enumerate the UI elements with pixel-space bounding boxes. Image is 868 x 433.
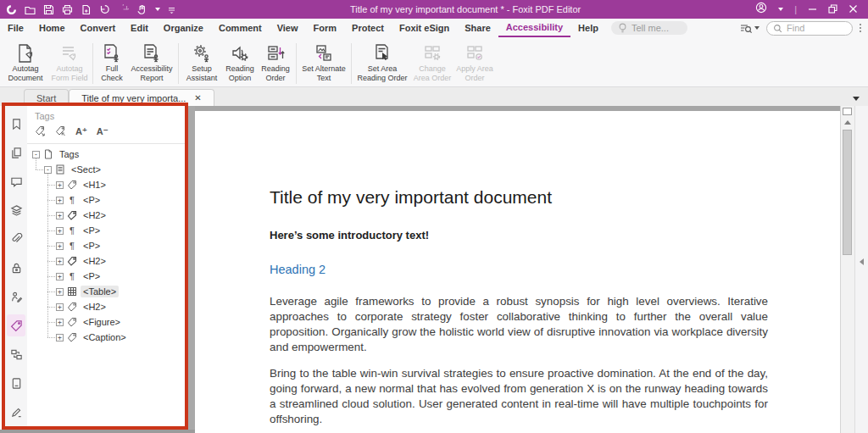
signature-icon[interactable] — [5, 282, 27, 311]
expander-icon[interactable]: - — [44, 166, 52, 174]
decrease-text-icon[interactable]: A⁻ — [97, 126, 108, 137]
paragraph-icon: ¶ — [67, 195, 77, 205]
expander-icon[interactable]: - — [32, 151, 40, 158]
tab-form[interactable]: Form — [306, 19, 345, 37]
account-icon[interactable] — [755, 2, 767, 17]
more-options-icon[interactable] — [860, 24, 861, 32]
tree-item-h2[interactable]: + <H2> — [27, 299, 185, 314]
expander-icon[interactable]: + — [56, 273, 64, 280]
sign-icon[interactable] — [5, 397, 27, 426]
expander-icon[interactable]: + — [56, 303, 64, 311]
tree-item-p[interactable]: + ¶ <P> — [27, 192, 185, 208]
expander-icon[interactable]: + — [56, 334, 64, 341]
account-dropdown[interactable] — [778, 8, 783, 11]
increase-text-icon[interactable]: A⁺ — [75, 126, 87, 137]
tell-me-box[interactable]: Tell me... — [611, 21, 687, 35]
reading-option-button[interactable]: Reading Option — [222, 41, 258, 83]
tree-item-caption[interactable]: + <Caption> — [27, 330, 185, 345]
tab-convert[interactable]: Convert — [73, 19, 124, 37]
tree-item-figure[interactable]: + <Figure> — [27, 314, 185, 330]
set-area-reading-order-button[interactable]: Set Area Reading Order — [354, 41, 410, 83]
tree-item-table[interactable]: + <Table> — [27, 284, 185, 299]
scroll-up-icon[interactable] — [844, 120, 851, 125]
expander-icon[interactable]: + — [56, 242, 64, 250]
reading-order-button[interactable]: Reading Order — [258, 41, 293, 83]
ribbon-separator — [178, 43, 179, 84]
restore-button[interactable] — [828, 2, 837, 17]
tags-icon[interactable] — [5, 311, 27, 340]
tab-foxit-esign[interactable]: Foxit eSign — [392, 19, 457, 37]
close-button[interactable] — [849, 2, 858, 17]
tree-item-sect[interactable]: - <Sect> — [27, 162, 185, 177]
save-icon[interactable] — [43, 4, 54, 15]
tab-organize[interactable]: Organize — [156, 19, 211, 37]
apply-area-order-icon — [465, 42, 485, 64]
tab-view[interactable]: View — [270, 19, 306, 37]
tree-item-h2[interactable]: + <H2> — [27, 208, 185, 223]
change-area-order-button[interactable]: Change Area Order — [410, 41, 454, 83]
vertical-scrollbar[interactable] — [840, 106, 854, 433]
expander-icon[interactable]: + — [56, 181, 64, 189]
search-icon — [773, 24, 782, 33]
tab-edit[interactable]: Edit — [123, 19, 156, 37]
autotag-form-field-button[interactable]: Autotag Form Field — [49, 41, 90, 83]
layers-icon[interactable] — [5, 197, 27, 225]
tree-item-p[interactable]: + ¶ <P> — [27, 223, 185, 238]
doc-tab-close-icon[interactable]: ✕ — [194, 94, 201, 103]
expander-icon[interactable]: + — [56, 212, 64, 219]
full-check-button[interactable]: Full Check — [96, 41, 128, 83]
tree-item-h1[interactable]: + <H1> — [27, 177, 185, 192]
customize-qat-icon[interactable] — [168, 6, 175, 14]
comments-icon[interactable] — [5, 168, 27, 197]
collapse-right-panel-icon[interactable] — [860, 258, 864, 265]
advanced-search-dropdown[interactable] — [754, 26, 760, 30]
create-pdf-icon[interactable] — [81, 4, 92, 15]
expander-icon[interactable]: + — [56, 288, 64, 296]
tab-comment[interactable]: Comment — [211, 19, 270, 37]
find-box[interactable] — [766, 21, 853, 36]
expander-icon[interactable]: + — [56, 197, 64, 204]
tab-accessibility[interactable]: Accessibility — [498, 19, 570, 37]
scrollbar-top-box[interactable] — [843, 108, 852, 115]
set-alternate-text-button[interactable]: Set Alternate Text — [299, 41, 348, 83]
attachments-icon[interactable] — [5, 225, 27, 254]
tab-list-dropdown-icon[interactable] — [853, 97, 860, 101]
pages-icon[interactable] — [5, 139, 27, 168]
apply-area-order-button[interactable]: Apply Area Order — [454, 41, 495, 83]
tag-collapse-icon[interactable] — [55, 125, 66, 138]
tree-item-p[interactable]: + ¶ <P> — [27, 269, 185, 284]
minimize-button[interactable] — [808, 2, 817, 17]
tree-item-tags-root[interactable]: - Tags — [27, 147, 185, 162]
print-icon[interactable] — [62, 4, 73, 15]
tab-file[interactable]: File — [0, 19, 31, 37]
pdf-page[interactable]: Title of my very important document Here… — [195, 111, 840, 433]
tab-home[interactable]: Home — [31, 19, 73, 37]
tag-expand-icon[interactable] — [35, 125, 46, 138]
security-icon[interactable] — [5, 254, 27, 283]
tab-share[interactable]: Share — [457, 19, 498, 37]
hand-tool-dropdown[interactable] — [155, 8, 160, 11]
scrollbar-thumb[interactable] — [843, 130, 852, 255]
autotag-document-button[interactable]: Autotag Document — [2, 41, 49, 83]
accessibility-report-button[interactable]: Accessibility Report — [128, 41, 175, 83]
find-input[interactable] — [787, 23, 846, 33]
autotag-form-field-icon — [59, 42, 80, 64]
tree-item-p[interactable]: + ¶ <P> — [27, 238, 185, 253]
hand-tool-icon[interactable] — [136, 4, 147, 15]
expander-icon[interactable]: + — [56, 227, 64, 235]
undo-icon[interactable] — [99, 4, 110, 15]
expander-icon[interactable]: + — [56, 319, 64, 326]
tree-item-h2[interactable]: + <H2> — [27, 253, 185, 269]
document-intro: Here’s some introductory text! — [270, 229, 768, 241]
expander-icon[interactable]: + — [56, 258, 64, 265]
tab-protect[interactable]: Protect — [344, 19, 392, 37]
destinations-icon[interactable] — [5, 340, 27, 369]
articles-icon[interactable] — [5, 369, 27, 397]
bookmark-icon[interactable] — [5, 110, 27, 139]
tab-help[interactable]: Help — [570, 19, 606, 37]
advanced-search-button[interactable] — [740, 23, 760, 34]
panel-splitter[interactable] — [188, 106, 195, 433]
redo-icon[interactable] — [118, 4, 129, 15]
open-icon[interactable] — [25, 4, 36, 15]
setup-assistant-button[interactable]: Setup Assistant — [181, 41, 222, 83]
